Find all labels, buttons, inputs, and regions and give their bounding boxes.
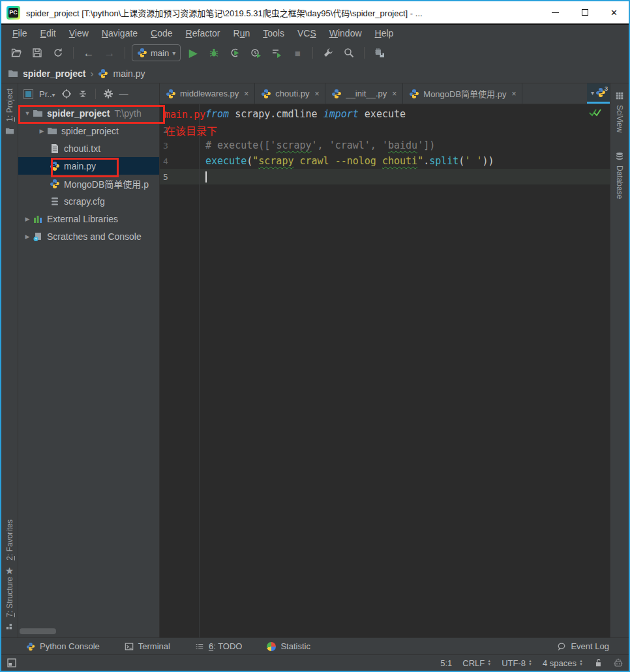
close-button[interactable]: ✕ — [599, 1, 629, 23]
event-log-button[interactable]: Event Log — [557, 641, 609, 651]
gear-icon[interactable] — [103, 89, 113, 99]
tool-window-button-statistic[interactable]: Statistic — [267, 641, 310, 651]
tree-item-spider-project-package[interactable]: ▶ spider_project — [18, 122, 159, 139]
synchronize-button[interactable] — [50, 44, 67, 61]
back-button[interactable]: ← — [80, 44, 97, 61]
stop-button[interactable]: ■ — [289, 44, 306, 61]
tree-item-scratches[interactable]: ▶ Scratches and Console — [18, 227, 159, 245]
editor-tab-bar: middlewares.py × chouti.py × __init__.py… — [160, 83, 610, 104]
run-configuration-name: main — [151, 48, 169, 58]
tool-window-button-favorites[interactable]: 2: Favorites ★ — [5, 519, 14, 577]
menu-code[interactable]: Code — [145, 27, 178, 40]
line-separator-selector[interactable]: CRLF▲▼ — [462, 658, 491, 668]
tool-window-button-todo[interactable]: 6: TODO — [195, 641, 243, 651]
hector-inspector-icon[interactable] — [613, 658, 623, 668]
menu-help[interactable]: Help — [369, 27, 400, 40]
collapse-all-icon[interactable] — [78, 89, 88, 99]
hide-tool-windows-icon[interactable] — [7, 658, 17, 668]
structure-tab-label: 7: Structure — [5, 577, 14, 617]
expand-arrow-icon[interactable]: ▶ — [22, 233, 33, 240]
caret-position[interactable]: 5:1 — [440, 658, 452, 668]
expand-arrow-icon[interactable]: ▶ — [37, 128, 47, 134]
run-concurrency-button[interactable] — [268, 44, 285, 61]
close-icon[interactable]: × — [392, 89, 397, 98]
forward-arrow-icon: → — [104, 48, 115, 59]
indent-selector[interactable]: 4 spaces▲▼ — [543, 658, 583, 668]
settings-button[interactable] — [320, 44, 337, 61]
locate-target-icon[interactable] — [61, 89, 72, 99]
stop-icon: ■ — [295, 48, 301, 58]
tool-window-button-project[interactable]: 1: Project — [5, 89, 14, 136]
database-tab-label: Database — [615, 166, 624, 199]
profile-button[interactable] — [247, 44, 264, 61]
run-button[interactable]: ▶ — [185, 44, 202, 61]
menu-vcs[interactable]: VCS — [292, 27, 322, 40]
debug-button[interactable] — [205, 44, 222, 61]
tab-mongodb-py[interactable]: MongoDB简单使用.py × — [403, 83, 522, 104]
config-file-icon — [50, 196, 60, 207]
bottom-tool-window-bar: Python Console Terminal 6: TODO Statisti… — [1, 637, 629, 654]
tool-window-button-sciview[interactable]: SciView — [615, 91, 624, 132]
code-line-3[interactable]: 3 # execute(['scrapy', 'crawl', 'baidu']… — [160, 138, 610, 153]
code-line-2[interactable]: 2 — [160, 122, 610, 138]
structure-blocks-icon — [5, 622, 14, 631]
menu-refactor[interactable]: Refactor — [180, 27, 226, 40]
folder-icon — [8, 68, 18, 79]
project-tree: ▼ spider_project T:\pyth ▶ spider_projec… — [18, 104, 159, 245]
run-with-coverage-button[interactable] — [226, 44, 243, 61]
tree-item-chouti-txt[interactable]: chouti.txt — [18, 139, 159, 157]
horizontal-scrollbar[interactable] — [20, 628, 56, 634]
tab-init-py[interactable]: __init__.py × — [325, 83, 403, 104]
menu-window[interactable]: Window — [323, 27, 368, 40]
maximize-button[interactable] — [570, 1, 599, 23]
minimize-button[interactable] — [541, 1, 570, 23]
tab-middlewares-py[interactable]: middlewares.py × — [160, 83, 255, 104]
code-line-5[interactable]: 5 — [160, 169, 610, 184]
plugin-save-button[interactable] — [371, 44, 388, 61]
hidden-tabs-dropdown[interactable]: ▾ 3 — [587, 83, 610, 104]
inspections-ok-icon[interactable] — [589, 108, 602, 117]
code-line-1[interactable]: 1 from scrapy.cmdline import execute — [160, 106, 610, 122]
menu-navigate[interactable]: Navigate — [96, 27, 143, 40]
save-all-button[interactable] — [29, 44, 46, 61]
breadcrumb-project[interactable]: spider_project — [23, 68, 85, 79]
menu-view[interactable]: View — [63, 27, 95, 40]
close-icon[interactable]: × — [511, 89, 516, 98]
spinner-icon: ▲▼ — [487, 660, 491, 666]
tree-item-external-libraries[interactable]: ▶ External Libraries — [18, 210, 159, 227]
expand-arrow-icon[interactable]: ▶ — [22, 216, 33, 222]
search-everywhere-button[interactable] — [340, 44, 357, 61]
code-editor[interactable]: 1 from scrapy.cmdline import execute 2 3… — [160, 104, 610, 637]
separator — [95, 89, 96, 99]
project-view-selector[interactable]: Pr..▾ — [39, 89, 55, 99]
tool-window-button-terminal[interactable]: Terminal — [125, 641, 170, 651]
open-button[interactable] — [8, 44, 25, 61]
tool-window-button-database[interactable]: Database — [615, 152, 624, 199]
breadcrumb-file[interactable]: main.py — [113, 68, 145, 79]
tree-item-scrapy-cfg[interactable]: scrapy.cfg — [18, 192, 159, 210]
python-icon — [137, 48, 147, 58]
forward-button[interactable]: → — [101, 44, 118, 61]
close-icon[interactable]: × — [314, 89, 319, 98]
main-area: 1: Project 2: Favorites ★ 7: Structure P… — [1, 83, 629, 637]
hide-panel-icon[interactable]: — — [119, 89, 128, 98]
run-configuration-select[interactable]: main ▾ — [132, 44, 181, 61]
tab-chouti-py[interactable]: chouti.py × — [255, 83, 325, 104]
menu-tools[interactable]: Tools — [257, 27, 290, 40]
tree-item-mongodb-py[interactable]: MongoDB简单使用.p — [18, 175, 159, 192]
toolbar-separator — [312, 47, 313, 59]
menu-edit[interactable]: Edit — [35, 27, 62, 40]
expand-arrow-icon[interactable]: ▼ — [22, 110, 33, 117]
encoding-selector[interactable]: UTF-8▲▼ — [502, 658, 532, 668]
sync-icon — [53, 48, 63, 58]
tree-item-main-py[interactable]: main.py — [18, 157, 159, 175]
close-icon[interactable]: × — [244, 89, 248, 98]
tool-window-button-structure[interactable]: 7: Structure — [5, 577, 14, 631]
unlocked-padlock-icon[interactable] — [593, 658, 603, 667]
menu-file[interactable]: File — [7, 27, 33, 40]
menu-run[interactable]: Run — [228, 27, 256, 40]
tool-window-button-python-console[interactable]: Python Console — [26, 641, 100, 651]
code-line-4[interactable]: 4 execute("scrapy crawl --nolog chouti".… — [160, 153, 610, 169]
todo-list-icon — [195, 642, 204, 651]
tree-item-root-spider-project[interactable]: ▼ spider_project T:\pyth — [18, 104, 159, 122]
